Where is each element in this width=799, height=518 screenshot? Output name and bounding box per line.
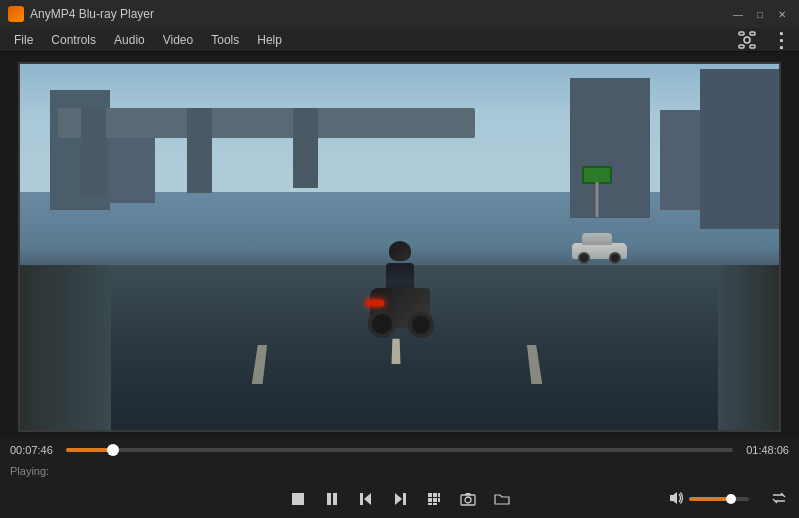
- title-text: AnyMP4 Blu-ray Player: [30, 7, 154, 21]
- svg-marker-9: [364, 493, 371, 505]
- svg-marker-22: [465, 493, 471, 495]
- pillar-1: [81, 108, 106, 198]
- seek-played: [66, 448, 113, 452]
- svg-marker-23: [670, 492, 677, 504]
- menu-controls[interactable]: Controls: [43, 31, 104, 49]
- svg-rect-13: [433, 493, 437, 497]
- distant-car: [572, 243, 627, 265]
- video-container[interactable]: [18, 62, 781, 432]
- prev-frame-button[interactable]: [352, 485, 380, 513]
- svg-rect-3: [750, 45, 755, 48]
- svg-rect-5: [292, 493, 304, 505]
- svg-rect-19: [433, 503, 437, 505]
- svg-rect-12: [428, 493, 432, 497]
- motorcyclist: [370, 288, 430, 328]
- seek-bar-row: 00:07:46 01:48:06: [0, 438, 799, 462]
- svg-point-21: [465, 497, 471, 503]
- volume-area: [668, 491, 749, 508]
- transport-row: [0, 480, 799, 518]
- menu-tools[interactable]: Tools: [203, 31, 247, 49]
- window-controls: — □ ✕: [729, 7, 791, 21]
- snapshot-button[interactable]: [454, 485, 482, 513]
- svg-point-4: [744, 37, 750, 43]
- svg-rect-18: [428, 503, 432, 505]
- app-icon: [8, 6, 24, 22]
- building-5: [700, 69, 779, 229]
- title-left: AnyMP4 Blu-ray Player: [8, 6, 154, 22]
- seek-track[interactable]: [66, 448, 733, 452]
- time-total: 01:48:06: [741, 444, 789, 456]
- road-shoulder-right: [718, 265, 779, 430]
- volume-icon[interactable]: [668, 491, 684, 508]
- pillar-2: [187, 108, 212, 193]
- open-folder-button[interactable]: [488, 485, 516, 513]
- status-row: Playing:: [0, 462, 799, 480]
- loop-button[interactable]: [771, 491, 787, 508]
- building-3: [570, 78, 650, 218]
- chapters-button[interactable]: [420, 485, 448, 513]
- svg-rect-10: [403, 493, 406, 505]
- menu-bar: File Controls Audio Video Tools Help ⋮: [0, 28, 799, 52]
- controls-area: 00:07:46 01:48:06 Playing:: [0, 438, 799, 518]
- volume-fill: [689, 497, 731, 501]
- volume-thumb[interactable]: [726, 494, 736, 504]
- maximize-button[interactable]: □: [751, 7, 769, 21]
- menu-audio[interactable]: Audio: [106, 31, 153, 49]
- menu-video[interactable]: Video: [155, 31, 201, 49]
- road-shoulder-left: [20, 265, 111, 430]
- svg-rect-15: [428, 498, 432, 502]
- svg-rect-14: [438, 493, 440, 497]
- overpass: [58, 108, 475, 138]
- svg-rect-1: [750, 32, 755, 35]
- screenshot-icon[interactable]: [735, 28, 759, 52]
- stop-button[interactable]: [284, 485, 312, 513]
- more-menu-icon[interactable]: ⋮: [769, 28, 793, 52]
- next-frame-button[interactable]: [386, 485, 414, 513]
- pause-button[interactable]: [318, 485, 346, 513]
- volume-track[interactable]: [689, 497, 749, 501]
- svg-rect-0: [739, 32, 744, 35]
- svg-rect-7: [333, 493, 337, 505]
- svg-rect-2: [739, 45, 744, 48]
- seek-thumb[interactable]: [107, 444, 119, 456]
- svg-rect-16: [433, 498, 437, 502]
- pillar-3: [293, 108, 318, 188]
- menu-help[interactable]: Help: [249, 31, 290, 49]
- highway-sign: [582, 166, 612, 184]
- time-current: 00:07:46: [10, 444, 58, 456]
- svg-rect-6: [327, 493, 331, 505]
- close-button[interactable]: ✕: [773, 7, 791, 21]
- video-scene: [20, 64, 779, 430]
- minimize-button[interactable]: —: [729, 7, 747, 21]
- svg-rect-17: [438, 498, 440, 502]
- svg-rect-8: [360, 493, 363, 505]
- menu-right: ⋮: [735, 28, 793, 52]
- svg-marker-11: [395, 493, 402, 505]
- title-bar: AnyMP4 Blu-ray Player — □ ✕: [0, 0, 799, 28]
- menu-file[interactable]: File: [6, 31, 41, 49]
- lane-mark-1: [391, 339, 400, 364]
- status-text: Playing:: [10, 465, 49, 477]
